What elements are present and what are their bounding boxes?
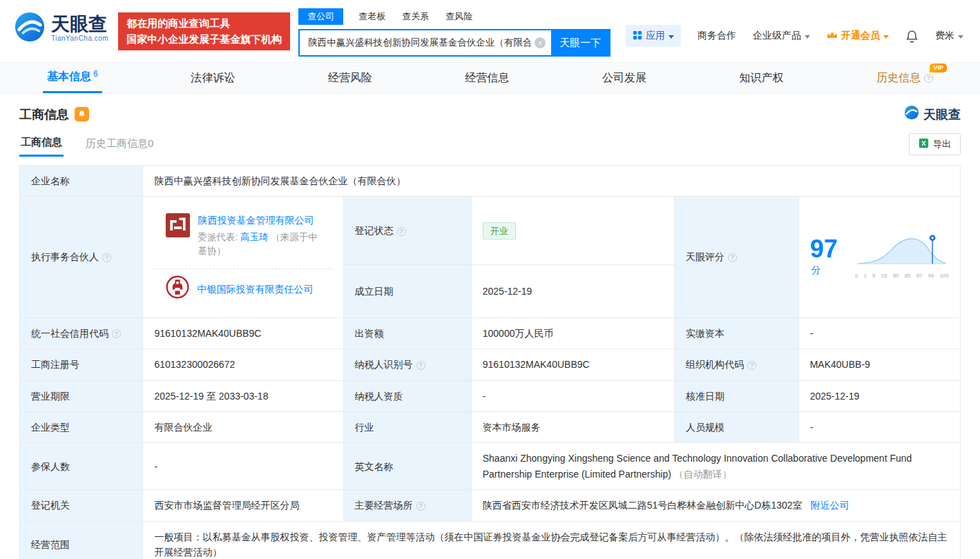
establish-date-label: 成立日期 — [343, 265, 471, 318]
partner-cell: 陕西投资基金管理有限公司 委派代表: 高玉琦 （来源于中基协） — [143, 197, 343, 317]
search-input[interactable] — [300, 30, 551, 55]
logo-subtitle: TianYanCha.com — [51, 35, 108, 42]
taxpayer-id-value: 91610132MAK40UBB9C — [471, 349, 674, 380]
staff-size-value: - — [798, 411, 960, 442]
staff-size-label: 人员规模 — [674, 411, 798, 442]
help-icon[interactable]: ? — [397, 227, 406, 236]
vip-badge: VIP — [930, 63, 947, 72]
tab-company-development[interactable]: 公司发展 — [598, 63, 651, 93]
table-row: 经营范围 一般项目：以私募基金从事股权投资、投资管理、资产管理等活动（须在中国证… — [20, 521, 961, 559]
nav-enterprise[interactable]: 企业级产品 — [753, 30, 810, 42]
industry-label: 行业 — [343, 411, 471, 442]
tab-basic-info[interactable]: 基本信息 6 — [43, 63, 102, 93]
nav-open-vip[interactable]: 开通会员 — [827, 30, 889, 42]
caret-down-icon — [805, 35, 810, 39]
notification-bell-icon[interactable] — [905, 30, 919, 43]
nav-apps[interactable]: 应用 — [626, 25, 681, 47]
taxpayer-id-label: 纳税人识别号? — [343, 349, 471, 380]
search-tab-company[interactable]: 查公司 — [298, 8, 343, 25]
authority-value: 西安市市场监督管理局经开区分局 — [143, 490, 343, 521]
help-icon[interactable]: ? — [728, 253, 737, 262]
approval-date-label: 核准日期 — [674, 380, 798, 411]
table-row: 执行事务合伙人? 陕西投资基金管理有限公司 委派代表: 高玉琦 — [20, 197, 961, 265]
subscribe-bell-icon[interactable] — [75, 107, 89, 121]
subtab-business-info[interactable]: 工商信息 — [19, 132, 64, 157]
partner-2-name-link[interactable]: 中银国际投资有限责任公司 — [197, 282, 313, 297]
business-scope-label: 经营范围 — [20, 521, 143, 559]
tianyancha-logo-icon — [14, 11, 46, 46]
nearby-companies-link[interactable]: 附近公司 — [810, 500, 849, 511]
nav-cooperation[interactable]: 商务合作 — [698, 30, 736, 42]
company-type-value: 有限合伙企业 — [143, 411, 343, 442]
table-row: 统一社会信用代码? 91610132MAK40UBB9C 出资额 100000万… — [20, 317, 961, 349]
search-tab-boss[interactable]: 查老板 — [357, 8, 387, 25]
tab-operating-info[interactable]: 经营信息 — [461, 63, 513, 93]
tab-operating-risk[interactable]: 经营风险 — [324, 63, 376, 93]
score-cell: 97分 0151550859799100 — [798, 197, 960, 317]
org-code-value: MAK40UBB-9 — [798, 349, 960, 380]
subtab-history-business-info[interactable]: 历史工商信息0 — [84, 133, 155, 156]
table-row: 企业名称 陕西中赢兴盛科技创新协同发展基金合伙企业（有限合伙） — [20, 166, 961, 197]
nav-user[interactable]: 费米 — [935, 30, 963, 42]
taxpayer-quality-label: 纳税人资质 — [343, 380, 471, 411]
partner-label: 执行事务合伙人? — [20, 197, 143, 317]
tab-history-info[interactable]: 历史信息 ? VIP — [872, 63, 937, 93]
org-code-label: 组织机构代码? — [674, 349, 798, 380]
address-label: 主要经营场所? — [343, 490, 471, 521]
search-tabs: 查公司 查老板 查关系 查风险 — [298, 8, 611, 25]
crown-icon — [827, 30, 838, 41]
tab-basic-info-count: 6 — [93, 69, 98, 79]
caret-down-icon — [669, 35, 674, 39]
tianyancha-logo[interactable]: 天眼查 TianYanCha.com — [14, 11, 108, 46]
rep-name-link[interactable]: 高玉琦 — [240, 232, 269, 242]
term-value: 2025-12-19 至 2033-03-18 — [143, 380, 343, 411]
partner-1: 陕西投资基金管理有限公司 委派代表: 高玉琦 （来源于中基协） — [154, 204, 332, 269]
capital-value: 100000万人民币 — [471, 317, 674, 349]
capital-label: 出资额 — [343, 317, 471, 349]
score-value: 97 — [810, 235, 838, 263]
nav-user-label: 费米 — [935, 30, 954, 42]
main-tabbar: 基本信息 6 法律诉讼 经营风险 经营信息 公司发展 知识产权 历史信息 ? V… — [0, 62, 980, 94]
score-chart[interactable]: 0151550859799100 — [855, 233, 949, 280]
approval-date-value: 2025-12-19 — [798, 380, 960, 411]
search-tab-risk[interactable]: 查风险 — [444, 8, 474, 25]
help-icon[interactable]: ? — [112, 329, 121, 338]
help-icon[interactable]: ? — [416, 361, 425, 370]
address-value: 陕西省西安市经济技术开发区凤城二路51号白桦林金融创新中心D栋1302室 附近公… — [471, 490, 960, 521]
reg-number-value: 610132300026672 — [143, 349, 343, 380]
nav-open-vip-label: 开通会员 — [841, 30, 880, 42]
search-button[interactable]: 天眼一下 — [551, 30, 609, 55]
english-name-label: 英文名称 — [343, 443, 471, 490]
tab-intellectual-property[interactable]: 知识产权 — [735, 63, 787, 93]
rep-label: 委派代表: — [198, 232, 238, 242]
export-label: 导出 — [933, 138, 951, 150]
reg-status-value: 开业 — [471, 197, 674, 265]
nav-apps-label: 应用 — [646, 30, 665, 42]
nav-enterprise-label: 企业级产品 — [753, 30, 801, 42]
authority-label: 登记机关 — [20, 490, 143, 521]
apps-grid-icon — [633, 30, 642, 42]
help-icon[interactable]: ? — [924, 74, 933, 83]
table-row: 营业期限 2025-12-19 至 2033-03-18 纳税人资质 - 核准日… — [20, 380, 961, 411]
section-header: 工商信息 天眼查 — [19, 105, 961, 124]
reg-status-label: 登记状态? — [343, 197, 471, 265]
partner-1-name-link[interactable]: 陕西投资基金管理有限公司 — [198, 215, 314, 226]
credit-code-value: 91610132MAK40UBB9C — [143, 317, 343, 349]
partner-1-logo — [165, 213, 191, 260]
search-tab-relation[interactable]: 查关系 — [401, 8, 430, 25]
help-icon[interactable]: ? — [102, 253, 111, 262]
export-button[interactable]: 导出 — [909, 133, 961, 155]
reg-number-label: 工商注册号 — [20, 349, 143, 380]
search-area: 查公司 查老板 查关系 查风险 × 天眼一下 — [298, 8, 611, 57]
english-name-value: Shaanxi Zhongying Xingsheng Science and … — [471, 443, 960, 490]
tab-legal[interactable]: 法律诉讼 — [186, 63, 239, 93]
promo-banner-line2: 国家中小企业发展子基金旗下机构 — [126, 31, 282, 47]
paid-capital-value: - — [798, 317, 960, 349]
help-icon[interactable]: ? — [747, 361, 756, 370]
help-icon[interactable]: ? — [416, 502, 425, 511]
brand-logo-icon — [904, 105, 919, 124]
top-nav: 应用 商务合作 企业级产品 开通会员 费米 — [626, 25, 963, 47]
score-axis: 0151550859799100 — [855, 272, 949, 281]
section-title: 工商信息 — [19, 106, 69, 123]
caret-down-icon — [883, 35, 889, 39]
